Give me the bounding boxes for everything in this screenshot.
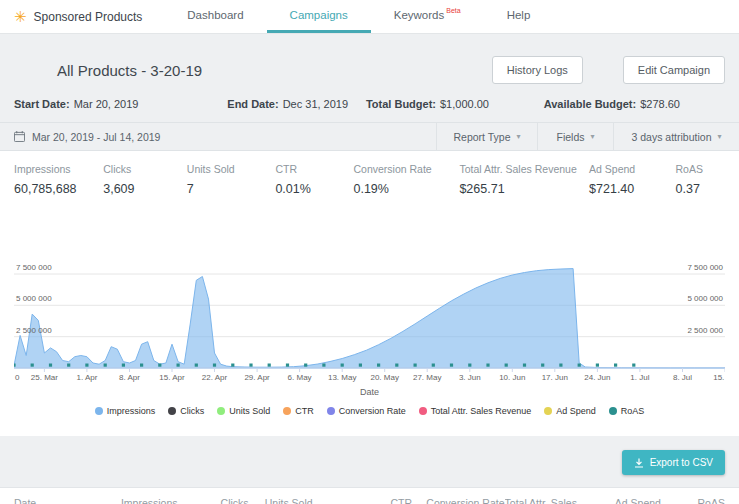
svg-text:25. Mar: 25. Mar (31, 373, 58, 382)
end-date: End Date:Dec 31, 2019 (227, 98, 366, 110)
tab-help[interactable]: Help (484, 0, 554, 33)
metric-total-attr-sales-revenue: Total Attr. Sales Revenue$265.71 (459, 163, 589, 196)
svg-text:20. May: 20. May (370, 373, 398, 382)
page-title: All Products - 3-20-19 (57, 62, 492, 79)
svg-text:0: 0 (15, 373, 20, 382)
svg-text:7 500 000: 7 500 000 (687, 263, 723, 272)
available-budget: Available Budget:$278.60 (544, 98, 725, 110)
column-header-ad-spend[interactable]: Ad Spend (593, 497, 661, 504)
svg-text:8. Jul: 8. Jul (673, 373, 692, 382)
svg-text:5 000 000: 5 000 000 (687, 294, 723, 303)
area-chart-svg: 25. Mar1. Apr8. Apr15. Apr22. Apr29. Apr… (14, 250, 725, 400)
svg-text:13. May: 13. May (328, 373, 356, 382)
sunburst-logo-icon: ✳ (14, 9, 27, 24)
svg-text:6. May: 6. May (288, 373, 312, 382)
legend-item-impressions[interactable]: Impressions (95, 406, 156, 416)
sponsored-products-dashboard: ✳ Sponsored Products Dashboard Campaigns… (0, 0, 739, 504)
legend-item-total-attr-sales-revenue[interactable]: Total Attr. Sales Revenue (419, 406, 532, 416)
metric-conversion-rate: Conversion Rate0.19% (353, 163, 459, 196)
legend-dot (95, 407, 103, 415)
svg-text:5 000 000: 5 000 000 (16, 294, 52, 303)
legend-dot (327, 407, 335, 415)
metric-clicks: Clicks3,609 (103, 163, 187, 196)
tab-dashboard[interactable]: Dashboard (164, 0, 266, 33)
legend-item-clicks[interactable]: Clicks (168, 406, 204, 416)
campaign-header: All Products - 3-20-19 History Logs Edit… (0, 42, 739, 94)
chart-legend: Impressions Clicks Units Sold CTR Conver… (0, 400, 739, 436)
export-to-csv-button[interactable]: Export to CSV (622, 450, 725, 475)
metrics-row: Impressions60,785,688 Clicks3,609 Units … (0, 151, 739, 206)
top-nav: ✳ Sponsored Products Dashboard Campaigns… (0, 0, 739, 34)
beta-badge: Beta (446, 7, 460, 14)
legend-item-units-sold[interactable]: Units Sold (217, 406, 270, 416)
legend-item-roas[interactable]: RoAS (609, 406, 645, 416)
svg-text:10. Jun: 10. Jun (499, 373, 525, 382)
column-header-units-sold[interactable]: Units Sold (249, 497, 313, 504)
brand-name: Sponsored Products (34, 10, 143, 24)
legend-item-ad-spend[interactable]: Ad Spend (544, 406, 596, 416)
metric-impressions: Impressions60,785,688 (14, 163, 103, 196)
export-row: Export to CSV (0, 436, 739, 487)
svg-text:Date: Date (360, 387, 379, 397)
performance-chart: 25. Mar1. Apr8. Apr15. Apr22. Apr29. Apr… (0, 206, 739, 400)
metric-roas: RoAS0.37 (676, 163, 725, 196)
legend-dot (609, 407, 617, 415)
svg-text:2 500 000: 2 500 000 (687, 326, 723, 335)
svg-text:1. Apr: 1. Apr (76, 373, 97, 382)
svg-text:7 500 000: 7 500 000 (16, 263, 52, 272)
nav-tabs: Dashboard Campaigns KeywordsBeta Help (164, 0, 553, 33)
edit-campaign-button[interactable]: Edit Campaign (623, 56, 725, 84)
results-table-header: Date Impressions Clicks Units Sold CTR C… (0, 487, 739, 504)
metric-ad-spend: Ad Spend$721.40 (589, 163, 675, 196)
column-header-conversion-rate[interactable]: Conversion Rate (412, 497, 504, 504)
legend-dot (217, 407, 225, 415)
svg-text:17. Jun: 17. Jun (542, 373, 568, 382)
chevron-down-icon: ▾ (517, 132, 521, 141)
history-logs-button[interactable]: History Logs (492, 56, 583, 84)
svg-text:22. Apr: 22. Apr (202, 373, 228, 382)
calendar-icon (14, 131, 25, 142)
metric-ctr: CTR0.01% (275, 163, 353, 196)
start-date: Start Date:Mar 20, 2019 (14, 98, 227, 110)
svg-text:1. Jul: 1. Jul (630, 373, 649, 382)
metric-units-sold: Units Sold7 (187, 163, 276, 196)
report-panel: Impressions60,785,688 Clicks3,609 Units … (0, 151, 739, 436)
download-icon (634, 458, 644, 468)
legend-dot (168, 407, 176, 415)
brand: ✳ Sponsored Products (14, 0, 164, 33)
report-type-dropdown[interactable]: Report Type ▾ (436, 123, 537, 150)
svg-text:3. Jun: 3. Jun (459, 373, 481, 382)
svg-text:27. May: 27. May (413, 373, 441, 382)
svg-text:24. Jun: 24. Jun (584, 373, 610, 382)
legend-dot (419, 407, 427, 415)
column-header-roas[interactable]: RoAS (661, 497, 725, 504)
date-range-picker[interactable]: Mar 20, 2019 - Jul 14, 2019 (0, 123, 436, 150)
fields-dropdown[interactable]: Fields ▾ (537, 123, 613, 150)
svg-text:15. Apr: 15. Apr (159, 373, 185, 382)
chevron-down-icon: ▾ (717, 132, 721, 141)
legend-dot (544, 407, 552, 415)
legend-item-ctr[interactable]: CTR (283, 406, 314, 416)
report-toolbar: Mar 20, 2019 - Jul 14, 2019 Report Type … (0, 122, 739, 151)
legend-dot (283, 407, 291, 415)
svg-text:29. Apr: 29. Apr (244, 373, 270, 382)
column-header-date[interactable]: Date (14, 497, 99, 504)
column-header-ctr[interactable]: CTR (313, 497, 413, 504)
total-budget: Total Budget:$1,000.00 (366, 98, 544, 110)
attribution-dropdown[interactable]: 3 days attribution ▾ (613, 123, 739, 150)
column-header-total-attr-sales-rev[interactable]: Total Attr. Sales Rev... (505, 497, 594, 504)
legend-item-conversion-rate[interactable]: Conversion Rate (327, 406, 406, 416)
tab-keywords[interactable]: KeywordsBeta (371, 0, 484, 33)
svg-text:8. Apr: 8. Apr (119, 373, 140, 382)
svg-text:15. Jul: 15. Jul (713, 373, 725, 382)
campaign-info-row: Start Date:Mar 20, 2019 End Date:Dec 31,… (0, 94, 739, 122)
column-header-impressions[interactable]: Impressions (99, 497, 177, 504)
date-range-label: Mar 20, 2019 - Jul 14, 2019 (32, 131, 160, 143)
tab-campaigns[interactable]: Campaigns (267, 0, 371, 33)
column-header-clicks[interactable]: Clicks (178, 497, 249, 504)
chevron-down-icon: ▾ (591, 132, 595, 141)
svg-text:2 500 000: 2 500 000 (16, 326, 52, 335)
